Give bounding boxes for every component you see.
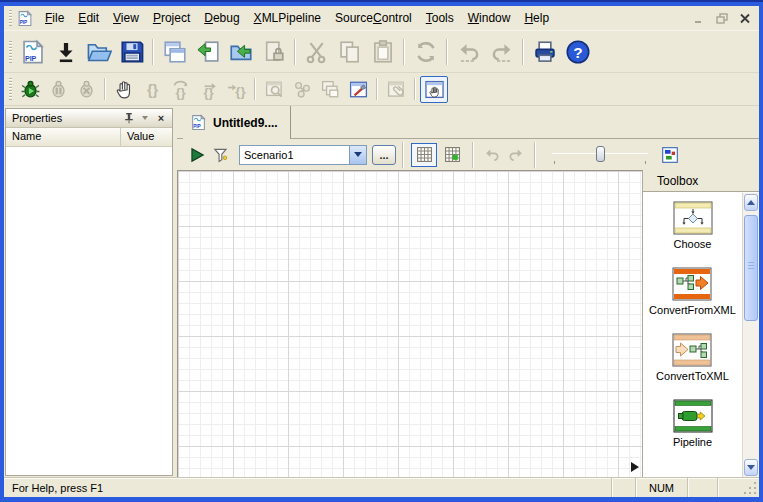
minimize-button[interactable]: [689, 10, 709, 26]
toolbar-separator: [534, 142, 536, 168]
open-project-document-button[interactable]: [224, 35, 257, 69]
grid-green-square-icon: [444, 146, 461, 163]
import-button[interactable]: [49, 35, 82, 69]
toolbar-separator: [403, 39, 405, 65]
start-debugging-button[interactable]: [16, 76, 44, 103]
show-grid-toggle[interactable]: [411, 143, 437, 167]
menu-project[interactable]: Project: [146, 9, 197, 27]
new-window-button[interactable]: [158, 35, 191, 69]
panel-close-button[interactable]: ×: [153, 111, 169, 126]
stop-debugging-button: [72, 76, 100, 103]
toolbar-grip[interactable]: [9, 78, 12, 100]
window-frame: PIP File Edit View Project Debug XMLPipe…: [4, 6, 759, 497]
page-green-arrow-icon: [195, 39, 221, 65]
zoom-slider[interactable]: [552, 144, 648, 166]
new-pipeline-button[interactable]: PIP: [16, 35, 49, 69]
toolbox-item-label: ConvertFromXML: [649, 304, 736, 316]
scroll-down-button[interactable]: [744, 459, 758, 476]
toolbar-grip[interactable]: [9, 41, 12, 63]
scroll-up-button[interactable]: [744, 194, 758, 211]
menu-file[interactable]: File: [38, 9, 71, 27]
debug-tools-window-button[interactable]: [344, 76, 372, 103]
undo-arrow-icon: [456, 39, 482, 65]
restore-button[interactable]: [712, 10, 732, 26]
bug-play-icon: [20, 79, 41, 100]
floppy-disk-icon: [119, 39, 145, 65]
chevron-down-icon: [747, 465, 755, 470]
refresh-button: [409, 35, 442, 69]
scenario-properties-button[interactable]: [209, 143, 233, 167]
grid-icon: [416, 146, 433, 163]
svg-text:{}: {}: [235, 84, 245, 99]
minimize-icon: [693, 13, 705, 24]
status-pane: [611, 478, 635, 497]
scrollbar-thumb[interactable]: [744, 215, 758, 321]
redo-arrow-icon: [489, 39, 515, 65]
scenario-select[interactable]: Scenario1: [239, 145, 367, 165]
properties-panel: Properties × Name Value: [5, 108, 173, 476]
pause-debugging-button: [44, 76, 72, 103]
snap-to-grid-toggle[interactable]: [439, 143, 465, 167]
menu-window[interactable]: Window: [461, 9, 518, 27]
column-header-name[interactable]: Name: [6, 128, 121, 147]
menu-sourcecontrol[interactable]: SourceControl: [328, 9, 419, 27]
combo-dropdown-button[interactable]: [349, 146, 366, 164]
panel-menu-button[interactable]: [137, 111, 153, 126]
toolbar-separator: [152, 39, 154, 65]
menu-edit[interactable]: Edit: [71, 9, 106, 27]
add-document-button[interactable]: [191, 35, 224, 69]
print-button[interactable]: [528, 35, 561, 69]
menu-bar: PIP File Edit View Project Debug XMLPipe…: [4, 6, 759, 30]
play-triangle-icon: [188, 146, 206, 164]
properties-titlebar: Properties ×: [6, 109, 172, 128]
menu-help[interactable]: Help: [517, 9, 556, 27]
browse-scenarios-button[interactable]: ...: [372, 145, 396, 165]
properties-list[interactable]: [6, 147, 172, 475]
debug-toolbar: {} {} {} {}: [4, 72, 759, 105]
toolbox-item-label: Choose: [674, 238, 712, 250]
slider-tick: [645, 161, 646, 164]
toolbox-scrollbar[interactable]: [742, 193, 759, 477]
convert-from-xml-icon: [672, 267, 712, 301]
svg-text:{}: {}: [146, 82, 158, 98]
arrow-braces-icon: {}: [226, 79, 247, 100]
printer-icon: [532, 39, 558, 65]
format-options-button[interactable]: [658, 143, 682, 167]
design-canvas[interactable]: [177, 170, 642, 477]
run-scenario-button[interactable]: [185, 143, 209, 167]
cut-button: [300, 35, 333, 69]
slider-thumb[interactable]: [596, 146, 605, 162]
document-tab-label: Untitled9....: [213, 116, 278, 130]
pan-tool-button[interactable]: [420, 76, 448, 103]
help-button[interactable]: ?: [561, 35, 594, 69]
toolbox-item-pipeline[interactable]: Pipeline: [673, 399, 713, 448]
color-blocks-icon: [661, 146, 679, 164]
menu-debug[interactable]: Debug: [197, 9, 246, 27]
scrollbar-track[interactable]: [743, 212, 759, 458]
document-tab[interactable]: PIP Untitled9....: [183, 106, 291, 139]
locked-document-button: [257, 35, 290, 69]
menu-view[interactable]: View: [106, 9, 146, 27]
scissors-icon: [304, 39, 330, 65]
close-icon: [739, 13, 751, 24]
canvas-scroll-right-arrow[interactable]: [631, 462, 639, 472]
column-header-value[interactable]: Value: [121, 128, 172, 147]
windows-layout-button: [316, 76, 344, 103]
menubar-grip[interactable]: [9, 10, 12, 26]
menu-xmlpipeline[interactable]: XMLPipeline: [247, 9, 328, 27]
toolbox-item-convertfromxml[interactable]: ConvertFromXML: [649, 267, 736, 316]
open-button[interactable]: [82, 35, 115, 69]
resize-grip[interactable]: [741, 478, 759, 497]
app-window: PIP File Edit View Project Debug XMLPipe…: [0, 0, 763, 502]
clipboard-icon: [370, 39, 396, 65]
toolbar-separator: [104, 78, 106, 100]
pin-icon: [123, 112, 135, 124]
close-button[interactable]: [735, 10, 755, 26]
menu-tools[interactable]: Tools: [419, 9, 461, 27]
undo-arrow-icon: [483, 146, 501, 164]
toolbox-item-converttoxml[interactable]: ConvertToXML: [656, 333, 729, 382]
pin-button[interactable]: [121, 111, 137, 126]
break-all-button[interactable]: [110, 76, 138, 103]
save-button[interactable]: [115, 35, 148, 69]
toolbox-item-choose[interactable]: Choose: [673, 201, 713, 250]
